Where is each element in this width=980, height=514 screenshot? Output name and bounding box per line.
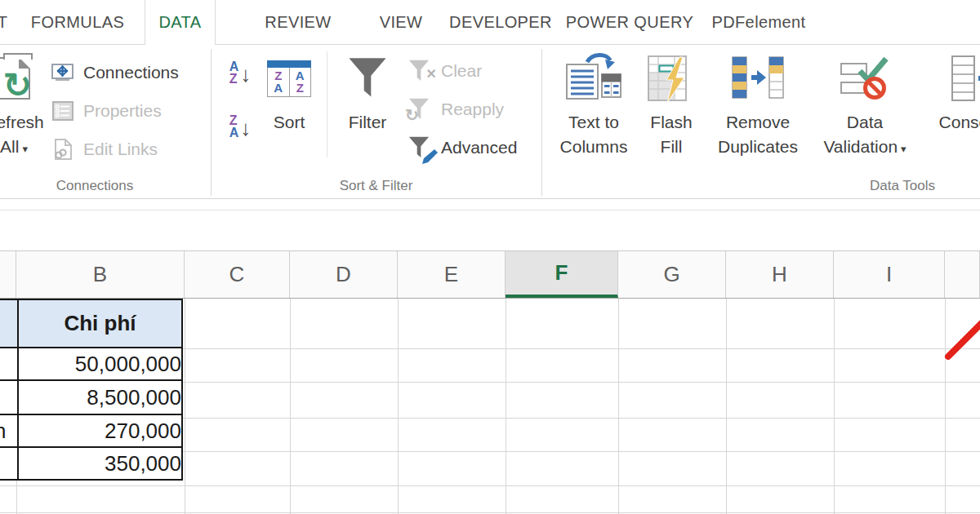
gridline — [398, 299, 399, 514]
cell-value[interactable]: 8,500,000 — [18, 380, 182, 414]
cell-a-partial[interactable]: n — [0, 414, 18, 447]
cell-value[interactable]: 50,000,000 — [18, 348, 182, 380]
connections-group-label: Connections — [0, 178, 211, 194]
table-row: Chi phí — [0, 299, 182, 348]
table-row: 350,000 — [0, 447, 182, 480]
gridline — [506, 299, 506, 514]
tab-data[interactable]: DATA — [145, 0, 216, 45]
table-row: n 270,000 — [0, 414, 182, 447]
gridline — [0, 485, 980, 486]
advanced-filter-icon — [407, 134, 434, 162]
sort-filter-group-label: Sort & Filter — [211, 178, 541, 194]
connections-button[interactable]: Connections — [49, 53, 179, 91]
tab-pdfelement[interactable]: PDFelement — [702, 0, 816, 44]
properties-icon — [49, 100, 77, 122]
partial-label-text: n — [0, 419, 6, 444]
down-arrow-icon: ↓ — [240, 62, 251, 87]
table-row: 8,500,000 — [0, 380, 182, 414]
tab-formulas[interactable]: FORMULAS — [23, 0, 132, 44]
remove-duplicates-icon — [730, 47, 786, 110]
tab-developer[interactable]: DEVELOPER — [450, 0, 551, 44]
clear-filter-icon: × — [407, 57, 434, 85]
properties-button[interactable]: Properties — [49, 91, 179, 130]
column-header-f-selected[interactable]: F — [506, 251, 618, 298]
refresh-all-icon: ↻ — [0, 47, 30, 110]
cell-value[interactable]: 350,000 — [18, 447, 182, 480]
formula-bar-area[interactable] — [0, 210, 980, 251]
data-validation-icon — [840, 47, 890, 110]
dropdown-caret-icon: ▾ — [901, 143, 906, 155]
expense-table: Chi phí 50,000,000 8,500,000 n 270,000 3… — [0, 299, 183, 481]
reapply-filter-icon: ↻ — [407, 95, 434, 123]
refresh-all-button[interactable]: ↻ Refresh All▾ — [0, 47, 52, 190]
column-header-e[interactable]: E — [398, 251, 506, 298]
connections-icon — [49, 62, 77, 83]
tab-power-query[interactable]: POWER QUERY — [564, 0, 695, 44]
gridline — [618, 299, 619, 514]
sort-a-to-z-button[interactable]: AZ ↓ — [219, 51, 261, 94]
tab-partial[interactable]: T — [0, 0, 10, 44]
cell-a-partial[interactable] — [0, 380, 18, 414]
column-header-b[interactable]: B — [16, 251, 185, 298]
filter-funnel-icon — [346, 47, 389, 110]
group-separator — [211, 49, 212, 196]
cell-value[interactable]: 270,000 — [18, 414, 182, 447]
ribbon-tab-bar: T FORMULAS DATA REVIEW VIEW DEVELOPER PO… — [0, 0, 980, 45]
gridline — [185, 299, 185, 514]
ribbon-data-tab-content: ↻ Refresh All▾ Connections — [0, 45, 980, 199]
tab-view[interactable]: VIEW — [360, 0, 442, 44]
group-separator — [541, 49, 542, 196]
flash-fill-icon — [647, 47, 696, 110]
edit-links-button[interactable]: Edit Links — [49, 130, 179, 168]
column-header-i[interactable]: I — [834, 251, 945, 298]
edit-links-icon — [49, 138, 77, 161]
column-header-j-partial[interactable] — [945, 251, 980, 298]
gridline — [290, 299, 291, 514]
consolidate-icon — [951, 47, 980, 110]
data-validation-button[interactable]: Data Validation▾ — [813, 47, 917, 190]
flash-fill-button[interactable]: Flash Fill — [638, 47, 705, 190]
sort-z-to-a-button[interactable]: ZA ↓ — [219, 105, 261, 148]
column-header-d[interactable]: D — [290, 251, 398, 298]
gridline — [0, 512, 980, 513]
cell-chi-phi-header[interactable]: Chi phí — [18, 299, 182, 348]
text-to-columns-icon — [564, 47, 623, 110]
data-tools-group-label: Data Tools — [849, 178, 956, 194]
column-header-h[interactable]: H — [726, 251, 834, 298]
gridline — [945, 299, 946, 514]
sort-az-icon: AZ — [229, 60, 239, 85]
table-row: 50,000,000 — [0, 348, 182, 380]
text-to-columns-button[interactable]: Text to Columns — [558, 47, 630, 190]
cell-a-partial[interactable] — [0, 447, 18, 480]
sort-za-icon: ZA — [229, 114, 239, 139]
remove-duplicates-button[interactable]: Remove Duplicates — [705, 47, 811, 190]
column-header-row: B C D E F G H I — [0, 251, 980, 299]
column-header-g[interactable]: G — [618, 251, 726, 298]
column-header-a-partial[interactable] — [0, 251, 16, 298]
sort-button[interactable]: ZA AZ Sort — [261, 47, 317, 190]
column-header-c[interactable]: C — [185, 251, 290, 298]
ribbon-bottom-strip — [0, 200, 980, 210]
gridline — [834, 299, 835, 514]
tab-review[interactable]: REVIEW — [249, 0, 347, 44]
gridline — [726, 299, 727, 514]
reapply-filter-button[interactable]: ↻ Reapply — [407, 90, 517, 128]
filter-options-stack: × Clear ↻ Reapply — [407, 51, 517, 166]
filter-button[interactable]: Filter — [335, 47, 400, 190]
dropdown-caret-icon: ▾ — [22, 143, 28, 155]
cell-a-header[interactable] — [0, 299, 18, 348]
separator — [327, 51, 327, 157]
down-arrow-icon: ↓ — [240, 116, 251, 141]
advanced-filter-button[interactable]: Advanced — [407, 128, 517, 166]
clear-filter-button[interactable]: × Clear — [407, 51, 517, 90]
sort-dialog-icon: ZA AZ — [267, 47, 311, 110]
consolidate-button[interactable]: Consolidate — [931, 47, 980, 190]
connections-button-stack: Connections Properties — [49, 53, 179, 168]
cell-a-partial[interactable] — [0, 348, 18, 380]
